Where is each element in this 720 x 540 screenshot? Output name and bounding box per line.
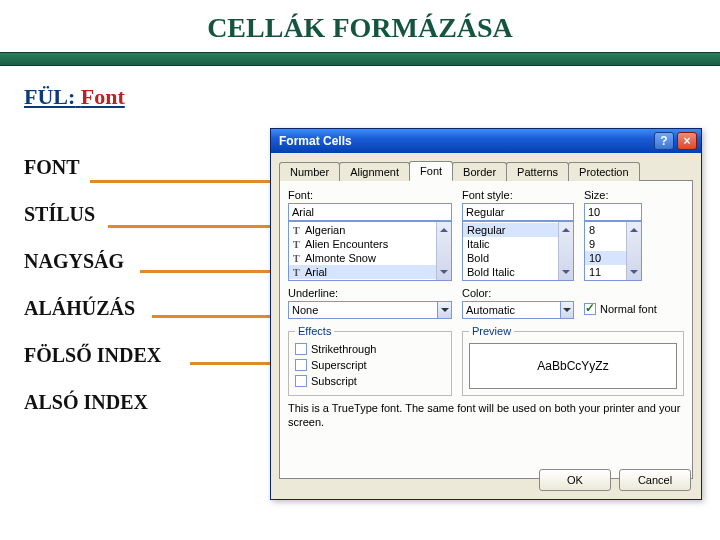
- tab-caption-word: Font: [81, 84, 125, 109]
- list-item[interactable]: TAlmonte Snow: [289, 251, 451, 265]
- normal-font-label: Normal font: [600, 303, 657, 315]
- underline-dropdown[interactable]: [288, 301, 452, 319]
- arrow-underline: [152, 315, 282, 318]
- font-style-label: Font style:: [462, 189, 574, 201]
- color-label: Color:: [462, 287, 574, 299]
- callout-size: NAGYSÁG: [24, 250, 260, 272]
- size-listbox[interactable]: 8 9 10 11: [584, 221, 642, 281]
- underline-label: Underline:: [288, 287, 452, 299]
- font-style-input[interactable]: [462, 203, 574, 221]
- preview-title: Preview: [469, 325, 514, 337]
- help-button[interactable]: ?: [654, 132, 674, 150]
- scrollbar[interactable]: [626, 222, 641, 280]
- preview-group: Preview AaBbCcYyZz: [462, 325, 684, 396]
- tab-caption: FÜL: Font: [24, 84, 720, 110]
- normal-font-checkbox[interactable]: Normal font: [584, 301, 657, 317]
- font-hint: This is a TrueType font. The same font w…: [288, 402, 684, 430]
- checkbox-icon: [295, 375, 307, 387]
- font-input[interactable]: [288, 203, 452, 221]
- tab-font[interactable]: Font: [409, 161, 453, 181]
- callout-subscript: ALSÓ INDEX: [24, 391, 260, 413]
- tab-number[interactable]: Number: [279, 162, 340, 181]
- tab-caption-prefix: FÜL:: [24, 84, 75, 109]
- color-dropdown[interactable]: [462, 301, 574, 319]
- subscript-checkbox[interactable]: Subscript: [295, 373, 445, 389]
- list-item[interactable]: Bold Italic: [463, 265, 573, 279]
- scrollbar[interactable]: [558, 222, 573, 280]
- font-listbox[interactable]: TAlgerian TAlien Encounters TAlmonte Sno…: [288, 221, 452, 281]
- underline-value[interactable]: [288, 301, 437, 319]
- size-label: Size:: [584, 189, 642, 201]
- size-input[interactable]: [584, 203, 642, 221]
- chevron-down-icon[interactable]: [560, 301, 574, 319]
- checkbox-icon: [584, 303, 596, 315]
- checkbox-icon: [295, 343, 307, 355]
- format-cells-dialog: Format Cells ? × Number Alignment Font B…: [270, 128, 702, 500]
- cancel-button[interactable]: Cancel: [619, 469, 691, 491]
- font-panel: Font: TAlgerian TAlien Encounters TAlmon…: [279, 181, 693, 479]
- slide-title: CELLÁK FORMÁZÁSA: [0, 0, 720, 52]
- list-item[interactable]: TAlien Encounters: [289, 237, 451, 251]
- tab-border[interactable]: Border: [452, 162, 507, 181]
- list-item[interactable]: Bold: [463, 251, 573, 265]
- list-item[interactable]: TAlgerian: [289, 223, 451, 237]
- list-item[interactable]: TArial: [289, 265, 451, 279]
- effects-group: Effects Strikethrough Superscript Subscr…: [288, 325, 452, 396]
- font-style-listbox[interactable]: Regular Italic Bold Bold Italic: [462, 221, 574, 281]
- chevron-down-icon[interactable]: [437, 301, 452, 319]
- dialog-titlebar[interactable]: Format Cells ? ×: [271, 129, 701, 153]
- dialog-title: Format Cells: [279, 134, 352, 148]
- arrow-font: [90, 180, 282, 183]
- ok-button[interactable]: OK: [539, 469, 611, 491]
- callout-labels: FONT STÍLUS NAGYSÁG ALÁHÚZÁS FÖLSŐ INDEX…: [0, 120, 260, 413]
- color-value[interactable]: [462, 301, 560, 319]
- superscript-checkbox[interactable]: Superscript: [295, 357, 445, 373]
- list-item[interactable]: Regular: [463, 223, 573, 237]
- callout-font: FONT: [24, 156, 260, 178]
- dialog-tabs: Number Alignment Font Border Patterns Pr…: [279, 159, 693, 181]
- effects-title: Effects: [295, 325, 334, 337]
- list-item[interactable]: Italic: [463, 237, 573, 251]
- title-divider: [0, 52, 720, 66]
- scrollbar[interactable]: [436, 222, 451, 280]
- checkbox-icon: [295, 359, 307, 371]
- callout-style: STÍLUS: [24, 203, 260, 225]
- font-label: Font:: [288, 189, 452, 201]
- tab-protection[interactable]: Protection: [568, 162, 640, 181]
- strikethrough-checkbox[interactable]: Strikethrough: [295, 341, 445, 357]
- preview-sample: AaBbCcYyZz: [469, 343, 677, 389]
- close-button[interactable]: ×: [677, 132, 697, 150]
- tab-alignment[interactable]: Alignment: [339, 162, 410, 181]
- tab-patterns[interactable]: Patterns: [506, 162, 569, 181]
